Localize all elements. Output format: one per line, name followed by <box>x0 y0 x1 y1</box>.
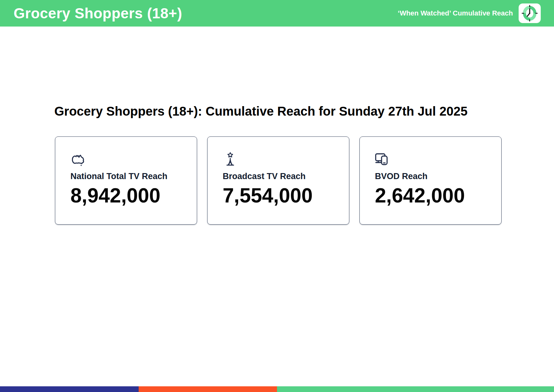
footer-green-segment <box>277 386 554 392</box>
app-header: Grocery Shoppers (18+) ‘When Watched’ Cu… <box>0 0 554 27</box>
card-national-total-tv-reach: National Total TV Reach 8,942,000 <box>55 136 197 225</box>
kpi-label: National Total TV Reach <box>70 172 167 181</box>
page-title: Grocery Shoppers (18+): Cumulative Reach… <box>54 104 467 118</box>
footer-color-bar <box>0 386 554 392</box>
clock-badge-icon <box>519 3 541 23</box>
header-right-cluster: ‘When Watched’ Cumulative Reach <box>398 0 541 27</box>
card-broadcast-tv-reach: Broadcast TV Reach 7,554,000 <box>207 136 349 225</box>
broadcast-tower-icon <box>223 152 238 167</box>
kpi-value: 7,554,000 <box>223 185 313 206</box>
kpi-label: BVOD Reach <box>375 172 428 181</box>
footer-orange-segment <box>139 386 277 392</box>
when-watched-label: ‘When Watched’ Cumulative Reach <box>398 9 513 17</box>
devices-icon <box>375 152 390 167</box>
kpi-value: 2,642,000 <box>375 185 465 206</box>
app-title: Grocery Shoppers (18+) <box>14 5 182 22</box>
kpi-label: Broadcast TV Reach <box>223 172 306 181</box>
card-bvod-reach: BVOD Reach 2,642,000 <box>359 136 502 225</box>
australia-map-icon <box>70 152 86 167</box>
kpi-value: 8,942,000 <box>70 185 160 206</box>
footer-blue-segment <box>0 386 139 392</box>
kpi-cards-row: National Total TV Reach 8,942,000 Broadc… <box>55 136 502 225</box>
